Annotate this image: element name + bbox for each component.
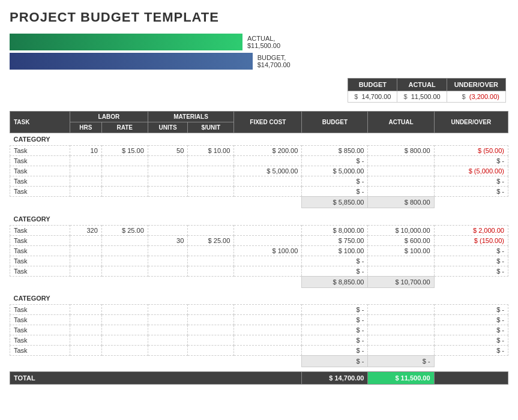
total-actual: $ 11,500.00 [368, 372, 434, 385]
task-actual: $ 800.00 [368, 146, 434, 156]
task-actual [368, 256, 434, 266]
task-unit-cost [188, 325, 234, 335]
task-name: Task [10, 266, 70, 276]
table-row: Task $ - $ - [10, 176, 508, 187]
summary-header-underover: UNDER/OVER [447, 79, 505, 91]
category-name: CATEGORY [10, 292, 508, 305]
task-actual: $ 600.00 [368, 235, 434, 245]
task-actual: $ 100.00 [368, 245, 434, 256]
summary-over-sign: $ [462, 93, 466, 100]
task-rate [101, 256, 148, 266]
subtotal-fc-empty [234, 276, 302, 287]
summary-over-val: (3,200.00) [469, 93, 499, 100]
task-fixed-cost [234, 335, 302, 346]
subtotal-empty [10, 197, 234, 208]
task-units: 30 [148, 235, 188, 245]
task-underover: $ (5,000.00) [434, 166, 508, 176]
task-underover: $ 2,000.00 [434, 225, 508, 235]
task-unit-cost [188, 176, 234, 187]
task-units [148, 266, 188, 276]
subtotal-underover [434, 197, 508, 208]
table-row: Task 10 $ 15.00 50 $ 10.00 $ 200.00 $ 85… [10, 146, 508, 156]
table-row: Task $ - $ - [10, 325, 508, 335]
task-units [148, 256, 188, 266]
total-row: TOTAL $ 14,700.00 $ 11,500.00 [10, 372, 508, 385]
task-units [148, 346, 188, 356]
summary-header-budget: BUDGET [348, 79, 397, 91]
task-underover: $ (150.00) [434, 235, 508, 245]
total-budget: $ 14,700.00 [302, 372, 368, 385]
subtotal-row: $ 5,850.00 $ 800.00 [10, 197, 508, 208]
task-hrs [70, 166, 102, 176]
task-unit-cost: $ 25.00 [188, 235, 234, 245]
task-name: Task [10, 156, 70, 166]
task-fixed-cost [234, 325, 302, 335]
summary-table: BUDGET ACTUAL UNDER/OVER $ 14,700.00 $ 1… [348, 78, 506, 103]
summary-actual-val: 11,500.00 [411, 93, 441, 100]
task-unit-cost [188, 166, 234, 176]
task-hrs [70, 346, 102, 356]
task-budget: $ - [302, 156, 368, 166]
subtotal-empty [10, 356, 234, 367]
task-hrs: 320 [70, 225, 102, 235]
task-budget: $ - [302, 176, 368, 187]
col-materials: MATERIALS [148, 112, 234, 122]
task-hrs [70, 266, 102, 276]
task-underover: $ - [434, 245, 508, 256]
task-units [148, 305, 188, 315]
task-actual [368, 346, 434, 356]
task-name: Task [10, 235, 70, 245]
task-name: Task [10, 305, 70, 315]
table-row: Task $ - $ - [10, 315, 508, 325]
task-units [148, 315, 188, 325]
task-units [148, 325, 188, 335]
task-name: Task [10, 256, 70, 266]
page-title: PROJECT BUDGET TEMPLATE [10, 10, 508, 25]
summary-actual-sign: $ [403, 93, 407, 100]
task-fixed-cost [234, 305, 302, 315]
task-underover: $ - [434, 266, 508, 276]
task-unit-cost [188, 335, 234, 346]
task-name: Task [10, 346, 70, 356]
task-fixed-cost [234, 256, 302, 266]
task-rate [101, 346, 148, 356]
col-actual: ACTUAL [368, 112, 434, 133]
task-rate [101, 235, 148, 245]
task-rate: $ 15.00 [101, 146, 148, 156]
task-unit-cost [188, 266, 234, 276]
category-row: CATEGORY [10, 292, 508, 305]
task-fixed-cost [234, 315, 302, 325]
subtotal-row: $ - $ - [10, 356, 508, 367]
task-rate [101, 187, 148, 197]
task-actual [368, 156, 434, 166]
chart-budget-label: BUDGET, $14,700.00 [257, 54, 310, 68]
task-fixed-cost [234, 235, 302, 245]
task-unit-cost [188, 156, 234, 166]
task-name: Task [10, 166, 70, 176]
task-units [148, 156, 188, 166]
task-rate [101, 335, 148, 346]
task-budget: $ - [302, 256, 368, 266]
task-unit-cost [188, 346, 234, 356]
col-underover: UNDER/OVER [434, 112, 508, 133]
task-name: Task [10, 146, 70, 156]
task-actual [368, 176, 434, 187]
task-fixed-cost [234, 346, 302, 356]
table-row: Task $ - $ - [10, 335, 508, 346]
task-underover: $ - [434, 325, 508, 335]
chart-bar-actual-row: ACTUAL, $11,500.00 [10, 34, 310, 50]
category-row: CATEGORY [10, 213, 508, 226]
col-fixed-cost: FIXED COST [234, 112, 302, 133]
col-task: TASK [10, 112, 70, 133]
category-row: CATEGORY [10, 133, 508, 146]
task-name: Task [10, 225, 70, 235]
task-actual: $ 10,000.00 [368, 225, 434, 235]
task-unit-cost [188, 225, 234, 235]
summary-underover: $ (3,200.00) [447, 91, 505, 103]
task-actual [368, 315, 434, 325]
table-row: Task $ - $ - [10, 266, 508, 276]
task-budget: $ - [302, 325, 368, 335]
col-budget: BUDGET [302, 112, 368, 133]
chart-actual-label: ACTUAL, $11,500.00 [247, 35, 310, 49]
task-name: Task [10, 335, 70, 346]
